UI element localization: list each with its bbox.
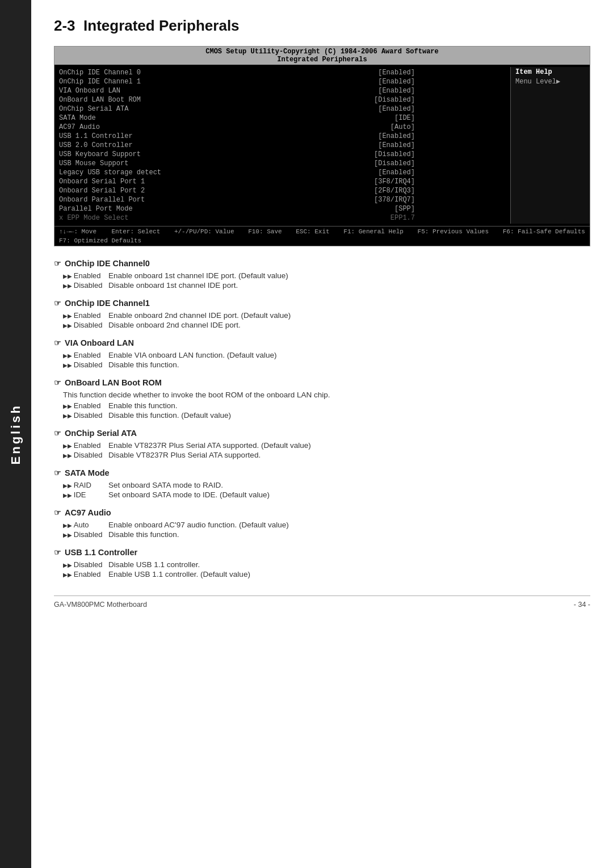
list-item: DisabledDisable VT8237R Plus Serial ATA …: [63, 451, 590, 459]
bios-row-value: [Disabled]: [374, 150, 415, 158]
bios-row: OnChip IDE Channel 0[Enabled]: [59, 68, 415, 77]
bios-body: OnChip IDE Channel 0[Enabled]OnChip IDE …: [54, 65, 590, 226]
list-item: DisabledDisable this function.: [63, 360, 590, 369]
section-title: OnChip Serial ATA: [54, 429, 590, 438]
bios-row: VIA Onboard LAN[Enabled]: [59, 86, 415, 95]
section-onboard-lan-boot-rom: OnBoard LAN Boot ROMThis function decide…: [54, 378, 590, 420]
bios-row-value: [Enabled]: [378, 78, 415, 86]
section-onchip-serial-ata: OnChip Serial ATAEnabledEnable VT8237R P…: [54, 429, 590, 459]
bios-row-label: Parallel Port Mode: [59, 205, 390, 213]
bios-footer: ↑↓→←: Move Enter: Select +/-/PU/PD: Valu…: [54, 226, 590, 246]
option-list: EnabledEnable onboard 2nd channel IDE po…: [63, 311, 590, 329]
bios-row: USB Mouse Support[Disabled]: [59, 159, 415, 168]
list-item: DisabledDisable USB 1.1 controller.: [63, 560, 590, 569]
section-sata-mode: SATA ModeRAIDSet onboard SATA mode to RA…: [54, 468, 590, 499]
page-footer: GA-VM800PMC Motherboard - 34 -: [54, 596, 590, 609]
bios-row-label: OnChip Serial ATA: [59, 105, 373, 113]
option-label: Enabled: [63, 311, 103, 320]
option-label: Disabled: [63, 411, 103, 420]
list-item: EnabledEnable USB 1.1 controller. (Defau…: [63, 570, 590, 578]
bios-row: SATA Mode[IDE]: [59, 114, 415, 123]
list-item: AutoEnable onboard AC'97 audio function.…: [63, 521, 590, 529]
option-label: RAID: [63, 481, 103, 489]
option-desc: Enable VIA onboard LAN function. (Defaul…: [108, 351, 276, 359]
section-title: AC97 Audio: [54, 508, 590, 517]
option-desc: Disable this function. (Default value): [108, 411, 231, 420]
bios-row-value: [Auto]: [391, 123, 415, 131]
bios-row-value: [Disabled]: [374, 96, 415, 104]
sidebar-label: English: [9, 404, 23, 464]
menu-level-label: Menu Level▶: [515, 77, 585, 86]
bios-row-label: AC97 Audio: [59, 123, 386, 131]
footer-right: - 34 -: [574, 601, 590, 609]
option-label: Disabled: [63, 281, 103, 290]
bios-row: USB Keyboard Support[Disabled]: [59, 150, 415, 159]
bios-row: OnChip Serial ATA[Enabled]: [59, 104, 415, 114]
option-list: RAIDSet onboard SATA mode to RAID.IDESet…: [63, 481, 590, 499]
option-label: Disabled: [63, 360, 103, 369]
option-desc: Disable USB 1.1 controller.: [108, 560, 200, 569]
bios-row-label: VIA Onboard LAN: [59, 87, 373, 95]
option-desc: Enable onboard 2nd channel IDE port. (De…: [108, 311, 291, 320]
sidebar: English: [0, 0, 31, 868]
option-desc: Disable onboard 1st channel IDE port.: [108, 281, 238, 290]
section-desc: This function decide whether to invoke t…: [63, 391, 590, 399]
option-list: EnabledEnable this function.DisabledDisa…: [63, 401, 590, 420]
option-desc: Disable VT8237R Plus Serial ATA supporte…: [108, 451, 261, 459]
option-label: Enabled: [63, 441, 103, 450]
section-title: OnChip IDE Channel0: [54, 259, 590, 268]
bios-row-value: [Enabled]: [378, 87, 415, 95]
option-desc: Disable onboard 2nd channel IDE port.: [108, 321, 241, 329]
list-item: EnabledEnable onboard 1st channel IDE po…: [63, 271, 590, 280]
bios-row-label: Onboard Serial Port 2: [59, 187, 370, 195]
bios-row-value: [IDE]: [394, 114, 415, 122]
bios-row-value: [3F8/IRQ4]: [374, 178, 415, 186]
bios-row-label: USB Mouse Support: [59, 160, 370, 167]
option-label: IDE: [63, 490, 103, 499]
bios-header: CMOS Setup Utility-Copyright (C) 1984-20…: [54, 47, 590, 65]
bios-row-value: [Enabled]: [378, 69, 415, 77]
section-title: SATA Mode: [54, 468, 590, 477]
list-item: EnabledEnable onboard 2nd channel IDE po…: [63, 311, 590, 320]
option-desc: Set onboard SATA mode to IDE. (Default v…: [108, 490, 270, 499]
bios-row-value: [378/IRQ7]: [374, 196, 415, 204]
option-list: EnabledEnable VIA onboard LAN function. …: [63, 351, 590, 369]
bios-row: Onboard Serial Port 1[3F8/IRQ4]: [59, 177, 415, 186]
bios-row: Onboard Serial Port 2[2F8/IRQ3]: [59, 186, 415, 195]
list-item: DisabledDisable onboard 2nd channel IDE …: [63, 321, 590, 329]
bios-row: Onboard Parallel Port[378/IRQ7]: [59, 195, 415, 204]
bios-row-value: [Enabled]: [378, 141, 415, 149]
bios-screenshot: CMOS Setup Utility-Copyright (C) 1984-20…: [54, 46, 590, 246]
option-desc: Enable this function.: [108, 401, 178, 410]
list-item: EnabledEnable VT8237R Plus Serial ATA su…: [63, 441, 590, 450]
page-title: 2-3 Integrated Peripherals: [54, 17, 590, 35]
section-title: USB 1.1 Controller: [54, 548, 590, 557]
bios-row-label: Onboard Serial Port 1: [59, 178, 370, 186]
main-content: 2-3 Integrated Peripherals CMOS Setup Ut…: [31, 0, 613, 631]
footer-left: GA-VM800PMC Motherboard: [54, 601, 147, 609]
option-label: Enabled: [63, 401, 103, 410]
option-desc: Disable this function.: [108, 360, 179, 369]
section-onchip-ide-channel1: OnChip IDE Channel1EnabledEnable onboard…: [54, 299, 590, 329]
bios-middle-panel: [419, 67, 510, 224]
option-desc: Enable onboard AC'97 audio function. (De…: [108, 521, 289, 529]
section-title: OnChip IDE Channel1: [54, 299, 590, 308]
list-item: RAIDSet onboard SATA mode to RAID.: [63, 481, 590, 489]
bios-row-value: [2F8/IRQ3]: [374, 187, 415, 195]
list-item: IDESet onboard SATA mode to IDE. (Defaul…: [63, 490, 590, 499]
option-label: Disabled: [63, 321, 103, 329]
bios-row: OnChip IDE Channel 1[Enabled]: [59, 77, 415, 86]
list-item: DisabledDisable onboard 1st channel IDE …: [63, 281, 590, 290]
item-help-label: Item Help: [515, 68, 585, 76]
bios-row: Parallel Port Mode[SPP]: [59, 204, 415, 213]
section-title: VIA Onboard LAN: [54, 338, 590, 347]
bios-row-label: OnChip IDE Channel 0: [59, 69, 373, 77]
option-label: Disabled: [63, 451, 103, 459]
option-desc: Enable onboard 1st channel IDE port. (De…: [108, 271, 288, 280]
list-item: DisabledDisable this function.: [63, 530, 590, 539]
bios-row-label: OnBoard LAN Boot ROM: [59, 96, 370, 104]
bios-row-label: USB 1.1 Controller: [59, 132, 373, 140]
option-desc: Disable this function.: [108, 530, 179, 539]
bios-row-label: OnChip IDE Channel 1: [59, 78, 373, 86]
bios-row-value: [SPP]: [394, 205, 415, 213]
